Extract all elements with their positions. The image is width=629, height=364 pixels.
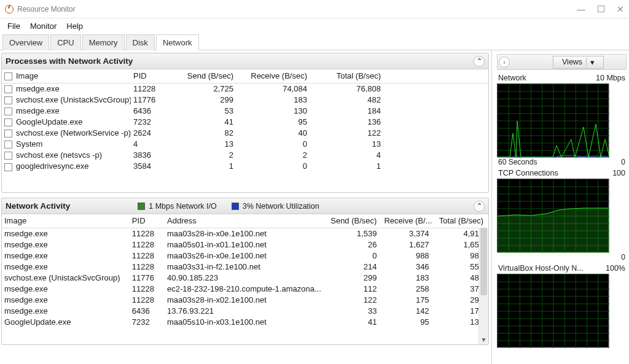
network-activity-table[interactable]: Image PID Address Send (B/sec) Receive (…: [2, 214, 488, 328]
panel-title: Network Activity: [6, 201, 70, 211]
col-send[interactable]: Send (B/sec): [165, 69, 238, 83]
cell-image: GoogleUpdate.exe: [2, 317, 130, 328]
scroll-thumb[interactable]: [480, 228, 487, 295]
col-image[interactable]: Image: [2, 214, 130, 228]
cell-image: svchost.exe (NetworkService -p): [2, 128, 131, 139]
tab-memory[interactable]: Memory: [82, 34, 125, 50]
cell-recv: 40: [238, 128, 312, 139]
cell-address: ec2-18-232-198-210.compute-1.amazona...: [165, 284, 327, 295]
cell-recv: 130: [238, 106, 312, 117]
cell-pid: 2624: [131, 128, 165, 139]
graph-footer-left: 60 Seconds: [498, 158, 537, 166]
cell-recv: 0: [238, 139, 312, 150]
tab-disk[interactable]: Disk: [126, 34, 155, 50]
tab-network[interactable]: Network: [156, 34, 199, 50]
minimize-button[interactable]: —: [577, 4, 585, 14]
table-row[interactable]: msedge.exe643653130184: [2, 106, 488, 117]
cell-pid: 3836: [131, 150, 165, 161]
table-row[interactable]: svchost.exe (UnistackSvcGroup)1177640.90…: [2, 273, 488, 284]
cell-recv: 3,374: [381, 228, 434, 239]
table-row[interactable]: googledrivesync.exe3584101: [2, 161, 488, 172]
close-button[interactable]: ✕: [617, 4, 624, 14]
menu-bar: File Monitor Help: [0, 18, 629, 33]
cell-recv: 183: [381, 273, 434, 284]
table-row[interactable]: System413013: [2, 139, 488, 150]
table-row[interactable]: msedge.exe11228maa03s31-in-f2.1e100.net2…: [2, 261, 488, 273]
col-pid[interactable]: PID: [131, 69, 165, 83]
views-button[interactable]: Views▾: [553, 56, 604, 69]
graphs-pane: › Views▾ Network10 Mbps 60 Seconds0 TCP …: [491, 50, 629, 364]
processes-table[interactable]: Image PID Send (B/sec) Receive (B/sec) T…: [2, 69, 488, 172]
maximize-button[interactable]: [598, 4, 604, 14]
cell-pid: 6436: [131, 106, 165, 117]
cell-send: 299: [327, 273, 381, 284]
col-recv[interactable]: Receive (B/sec): [238, 69, 312, 83]
expand-right-icon[interactable]: ›: [499, 56, 510, 68]
col-total[interactable]: Total (B/sec): [434, 214, 488, 228]
cell-pid: 11228: [131, 83, 165, 95]
table-row[interactable]: svchost.exe (NetworkService -p)262482401…: [2, 128, 488, 139]
cell-image: svchost.exe (UnistackSvcGroup): [2, 95, 131, 106]
table-row[interactable]: svchost.exe (netsvcs -p)3836224: [2, 150, 488, 161]
table-row[interactable]: msedge.exe112282,72574,08476,808: [2, 83, 488, 95]
cell-send: 82: [165, 128, 238, 139]
cell-image: msedge.exe: [2, 83, 131, 95]
cell-total: 4: [312, 150, 386, 161]
cell-send: 1,539: [327, 228, 381, 239]
cell-pid: 11776: [130, 273, 165, 284]
cell-pid: 11228: [130, 295, 165, 306]
cell-image: GoogleUpdate.exe: [2, 117, 131, 128]
col-total[interactable]: Total (B/sec): [312, 69, 386, 83]
table-row[interactable]: svchost.exe (UnistackSvcGroup)1177629918…: [2, 95, 488, 106]
cell-recv: 183: [238, 95, 312, 106]
cell-recv: 0: [238, 161, 312, 172]
collapse-button[interactable]: ⌃: [474, 201, 485, 212]
cell-send: 122: [327, 295, 381, 306]
cell-send: 2,725: [165, 83, 238, 95]
scroll-down-icon[interactable]: ▼: [479, 335, 488, 344]
scrollbar[interactable]: ▲ ▼: [479, 228, 488, 344]
tab-cpu[interactable]: CPU: [50, 34, 80, 50]
table-row[interactable]: msedge.exe11228maa03s28-in-x0e.1e100.net…: [2, 228, 488, 239]
graph-network: Network10 Mbps 60 Seconds0: [497, 74, 627, 166]
cell-image: msedge.exe: [2, 261, 130, 273]
cell-send: 1: [165, 161, 238, 172]
tab-overview[interactable]: Overview: [2, 34, 49, 50]
col-image[interactable]: Image: [2, 69, 131, 83]
io-indicator: 1 Mbps Network I/O: [138, 202, 216, 211]
table-row[interactable]: msedge.exe11228ec2-18-232-198-210.comput…: [2, 284, 488, 295]
graph-footer-right: 0: [621, 253, 625, 261]
table-row[interactable]: GoogleUpdate.exe72324195136: [2, 117, 488, 128]
cell-image: System: [2, 139, 131, 150]
col-pid[interactable]: PID: [130, 214, 165, 228]
menu-monitor[interactable]: Monitor: [26, 20, 60, 32]
cell-pid: 4: [131, 139, 165, 150]
col-send[interactable]: Send (B/sec): [327, 214, 381, 228]
col-recv[interactable]: Receive (B/...: [381, 214, 434, 228]
cell-recv: 2: [238, 150, 312, 161]
table-row[interactable]: msedge.exe11228maa05s01-in-x01.1e100.net…: [2, 239, 488, 250]
cell-send: 33: [327, 306, 381, 317]
cell-total: 482: [312, 95, 386, 106]
table-row[interactable]: GoogleUpdate.exe7232maa05s10-in-x03.1e10…: [2, 317, 488, 328]
menu-help[interactable]: Help: [63, 20, 87, 32]
cell-image: msedge.exe: [2, 228, 130, 239]
cell-send: 26: [327, 239, 381, 250]
cell-pid: 7232: [131, 117, 165, 128]
tab-bar: Overview CPU Memory Disk Network: [0, 33, 629, 50]
menu-file[interactable]: File: [4, 20, 24, 32]
collapse-button[interactable]: ⌃: [474, 56, 485, 67]
table-row[interactable]: msedge.exe643613.76.93.22133142175: [2, 306, 488, 317]
cell-image: svchost.exe (netsvcs -p): [2, 150, 131, 161]
table-row[interactable]: msedge.exe11228maa03s28-in-x02.1e100.net…: [2, 295, 488, 306]
col-address[interactable]: Address: [165, 214, 327, 228]
cell-send: 13: [165, 139, 238, 150]
cell-image: msedge.exe: [2, 239, 130, 250]
cell-total: 136: [312, 117, 386, 128]
window-title: Resource Monitor: [17, 5, 76, 14]
graph-title: TCP Connections: [498, 169, 558, 177]
cell-pid: 11776: [131, 95, 165, 106]
cell-recv: 142: [381, 306, 434, 317]
cell-recv: 95: [381, 317, 434, 328]
table-row[interactable]: msedge.exe11228maa03s26-in-x0e.1e100.net…: [2, 250, 488, 261]
